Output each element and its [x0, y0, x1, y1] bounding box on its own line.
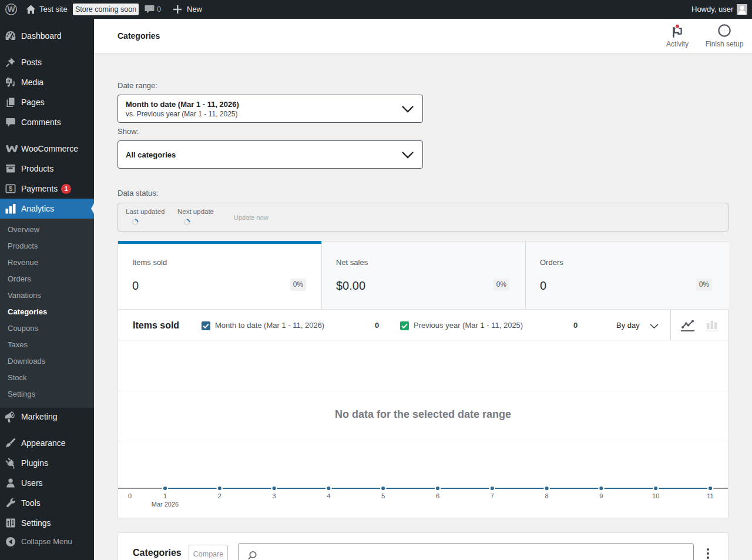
svg-text:W: W [8, 5, 15, 14]
svg-text:$: $ [9, 185, 12, 192]
